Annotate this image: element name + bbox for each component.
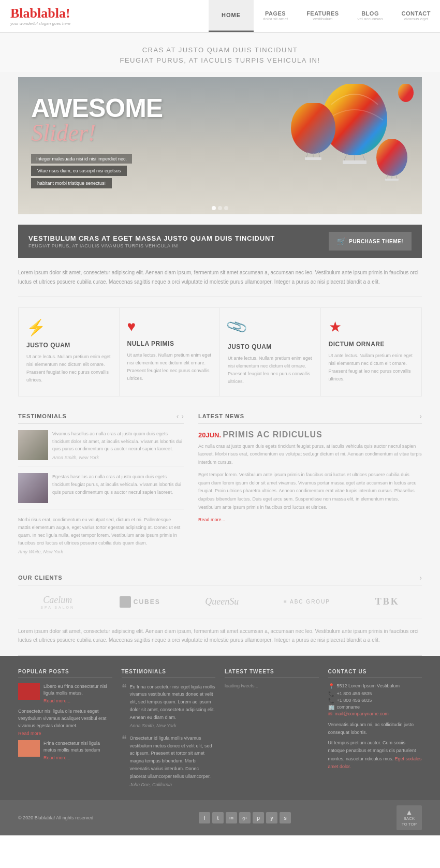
tagline-section: CRAS AT JUSTO QUAM DUIS TINCIDUNT FEUGIA… bbox=[0, 33, 440, 72]
svg-point-15 bbox=[398, 84, 414, 102]
news-body-2: Eget tempor lorem. Vestibulum ante ipsum… bbox=[198, 471, 422, 512]
footer-contact: CONTACT US 📍 5512 Lorem Ipsum Vestibulum… bbox=[328, 669, 422, 787]
nav-features-sub: vestibulum bbox=[306, 17, 339, 21]
feature-title-1: NULLA PRIMIS bbox=[127, 340, 212, 347]
testimonial-item-0: Vivamus hasellus ac nulla cras at justo … bbox=[18, 430, 184, 467]
quote-icon-1: ❝ bbox=[122, 734, 127, 787]
testimonials-header: TESTIMONIALS ‹ › bbox=[18, 412, 184, 424]
testimonial-text-0: Vivamus hasellus ac nulla cras at justo … bbox=[52, 430, 184, 453]
contact-email: mail@companyname.com bbox=[335, 711, 389, 716]
news-title: LATEST NEWS bbox=[198, 413, 244, 419]
feature-text-3: Ut ante lectus. Nullam pretium enim eget… bbox=[329, 352, 414, 382]
social-twitter[interactable]: t bbox=[212, 812, 224, 823]
testimonials-col: TESTIMONIALS ‹ › Vivamus hasellus ac nul… bbox=[18, 412, 184, 561]
nav-blog-sub: vel accumsan bbox=[358, 17, 383, 21]
client-logo-1: CUBES bbox=[120, 596, 160, 608]
client-logo-0: Caelum SPA SALON bbox=[40, 595, 75, 609]
two-col-section: TESTIMONIALS ‹ › Vivamus hasellus ac nul… bbox=[18, 412, 422, 561]
header-logo-area: Blablabla! your wonderful slogan goes he… bbox=[0, 0, 209, 32]
feature-text-1: Ut ante lectus. Nullam pretium enim eget… bbox=[127, 351, 212, 382]
footer-test-author-0: Anna Smith, New York bbox=[130, 723, 216, 728]
nav-features[interactable]: FEATURES vestibulum bbox=[297, 3, 348, 29]
nav-pages[interactable]: PAGES dolor sit amet bbox=[254, 3, 297, 29]
page-wrapper: Blablabla! your wonderful slogan goes he… bbox=[0, 0, 440, 835]
feature-item-3: ★ DICTUM ORNARE Ut ante lectus. Nullam p… bbox=[321, 308, 422, 395]
testimonial-text-2: Morbi risus erat, condimentum eu volutpa… bbox=[18, 516, 184, 547]
social-pinterest[interactable]: p bbox=[253, 812, 264, 823]
testimonials-nav: ‹ › bbox=[177, 412, 184, 420]
nav-pages-label: PAGES bbox=[263, 10, 288, 17]
popular-posts-title: POPULAR POSTS bbox=[18, 669, 112, 678]
footer-main: POPULAR POSTS Libero eu frina consectetu… bbox=[0, 656, 440, 800]
feature-icon-0: ⚡ bbox=[26, 318, 111, 336]
feature-title-0: JUSTO QUAM bbox=[26, 342, 111, 349]
post-readmore-1[interactable]: Read more bbox=[18, 731, 41, 736]
dot-active[interactable] bbox=[212, 206, 216, 210]
social-youtube[interactable]: y bbox=[266, 812, 277, 823]
testimonials-prev[interactable]: ‹ bbox=[177, 412, 179, 420]
svg-point-5 bbox=[291, 103, 335, 154]
social-googleplus[interactable]: g+ bbox=[239, 812, 251, 823]
dot-2[interactable] bbox=[218, 206, 222, 210]
nav-area: HOME PAGES dolor sit amet FEATURES vesti… bbox=[209, 0, 440, 32]
social-share[interactable]: s bbox=[280, 812, 291, 823]
feature-title-3: DICTUM ORNARE bbox=[329, 341, 414, 348]
features-grid: ⚡ JUSTO QUAM Ut ante lectus. Nullam pret… bbox=[18, 307, 422, 396]
footer-tweets-title: LATEST TWEETS bbox=[225, 669, 319, 678]
post-readmore-2[interactable]: Read more... bbox=[43, 755, 70, 760]
clients-section: OUR CLIENTS › Caelum SPA SALON CUBES Que… bbox=[18, 573, 422, 619]
social-facebook[interactable]: f bbox=[199, 812, 210, 823]
news-col: LATEST NEWS › 20JUN. PRIMIS AC RIDICULUS… bbox=[198, 412, 422, 561]
post-readmore-0[interactable]: Read more... bbox=[43, 698, 70, 703]
social-linkedin[interactable]: in bbox=[226, 812, 237, 823]
client-logo-4: TBK bbox=[375, 596, 400, 607]
post-text-0: Libero eu frina consectetur nisi ligula … bbox=[43, 683, 112, 697]
news-next-arrow[interactable]: › bbox=[419, 412, 422, 420]
footer-testimonial-1: ❝ Onsectetur id ligula mollis vivamus ve… bbox=[122, 734, 216, 787]
back-top-label: BACKTO TOP bbox=[402, 816, 417, 827]
slider-caption-1: Integer malesuada nisi id nisi imperdiet… bbox=[31, 154, 132, 164]
feature-item-1: ♥ NULLA PRIMIS Ut ante lectus. Nullam pr… bbox=[120, 308, 221, 395]
contact-body: Venenatis aliquam mi, ac sollicitudin ju… bbox=[328, 721, 422, 737]
svg-line-8 bbox=[318, 152, 320, 157]
nav-blog-label: BLOG bbox=[358, 10, 383, 17]
svg-rect-14 bbox=[385, 179, 399, 181]
footer-test-author-1: John Doe, California bbox=[130, 782, 216, 787]
logo-slogan: your wonderful slogan goes here bbox=[10, 21, 70, 26]
nav-blog[interactable]: BLOG vel accumsan bbox=[348, 3, 392, 29]
email-icon: ✉ bbox=[328, 711, 332, 717]
clients-next-arrow[interactable]: › bbox=[419, 573, 422, 582]
phone-icon-1: 📞 bbox=[328, 691, 334, 697]
post-thumb-0 bbox=[18, 683, 40, 700]
quote-icon-0: ❝ bbox=[122, 683, 127, 728]
testimonial-avatar-0 bbox=[18, 430, 48, 460]
news-article: 20JUN. PRIMIS AC RIDICULUS Ac nulla cras… bbox=[198, 430, 422, 522]
contact-company-row: 🏢 compname bbox=[328, 704, 422, 710]
nav-contact[interactable]: CONTACT vivamus eget bbox=[392, 3, 440, 29]
testimonial-avatar-1 bbox=[18, 473, 48, 503]
social-icons-area: f t in g+ p y s bbox=[199, 812, 291, 823]
footer-contact-title: CONTACT US bbox=[328, 669, 422, 678]
clients-header: OUR CLIENTS › bbox=[18, 573, 422, 585]
news-readmore[interactable]: Read more... bbox=[198, 517, 225, 522]
tagline-line1: CRAS AT JUSTO QUAM DUIS TINCIDUNT bbox=[0, 44, 440, 57]
nav-pages-sub: dolor sit amet bbox=[263, 17, 288, 21]
news-headline: PRIMIS AC RIDICULUS bbox=[223, 430, 322, 439]
contact-phone1: +1 800 456 6835 bbox=[337, 691, 372, 696]
contact-company: compname bbox=[337, 704, 360, 710]
purchase-button[interactable]: 🛒 PURCHASE THEME! bbox=[329, 232, 412, 251]
nav-contact-label: CONTACT bbox=[402, 10, 431, 17]
svg-point-10 bbox=[376, 139, 407, 176]
dot-3[interactable] bbox=[224, 206, 228, 210]
back-to-top-button[interactable]: ▲ BACKTO TOP bbox=[397, 805, 422, 830]
clients-logos: Caelum SPA SALON CUBES QueenSu ≡ ABC GRO… bbox=[18, 585, 422, 619]
testimonials-next[interactable]: › bbox=[181, 412, 184, 420]
nav-home[interactable]: HOME bbox=[209, 0, 254, 32]
client-logo-2: QueenSu bbox=[205, 596, 239, 607]
feature-text-0: Ut ante lectus. Nullam pretium enim eget… bbox=[26, 353, 111, 384]
footer-test-text-1: Onsectetur id ligula mollis vivamus vest… bbox=[130, 734, 216, 781]
slider-script: Slider! bbox=[31, 120, 96, 146]
svg-line-3 bbox=[362, 154, 365, 160]
purchase-button-label: PURCHASE THEME! bbox=[349, 239, 403, 244]
contact-address-row: 📍 5512 Lorem Ipsum Vestibulum bbox=[328, 683, 422, 689]
